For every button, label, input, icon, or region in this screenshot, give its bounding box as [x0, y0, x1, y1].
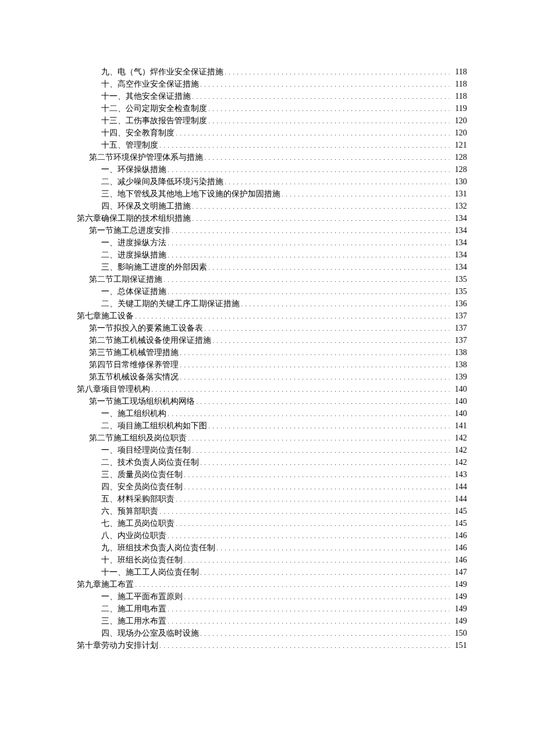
toc-entry: 第二节施工机械设备使用保证措施 137	[77, 334, 467, 346]
toc-entry: 第五节机械设备落实情况 139	[77, 371, 467, 383]
toc-leader-dots	[159, 640, 450, 648]
toc-page-number: 142	[451, 444, 467, 456]
toc-label: 十一、其他安全保证措施	[101, 90, 191, 102]
toc-page-number: 132	[451, 200, 467, 212]
toc-leader-dots	[192, 445, 450, 453]
toc-page-number: 145	[451, 505, 467, 517]
toc-label: 十四、安全教育制度	[101, 127, 174, 139]
toc-page-number: 118	[451, 90, 467, 102]
toc-entry: 第一节拟投入的要紧施工设备表 137	[77, 322, 467, 334]
toc-page-number: 146	[451, 554, 467, 566]
toc-label: 第三节施工机械管理措施	[89, 346, 179, 359]
toc-page-number: 147	[451, 566, 467, 578]
toc-entry: 二、项目施工组织机构如下图141	[77, 420, 467, 432]
toc-entry: 四、环保及文明施工措施132	[77, 200, 467, 212]
toc-label: 一、施工组织机构	[101, 407, 166, 420]
toc-page-number: 128	[451, 163, 467, 175]
toc-label: 第二节环境保护管理体系与措施	[89, 151, 203, 163]
toc-label: 六、预算部职责	[101, 505, 158, 517]
toc-leader-dots	[208, 420, 450, 428]
toc-leader-dots	[167, 530, 450, 538]
toc-entry: 九、电（气）焊作业安全保证措施118	[77, 66, 467, 78]
toc-label: 第十章劳动力安排计划	[77, 639, 158, 651]
toc-page-number: 140	[451, 395, 467, 407]
toc-leader-dots	[204, 323, 450, 331]
toc-entry: 三、施工用水布置149	[77, 615, 467, 627]
toc-page-number: 137	[451, 310, 467, 322]
toc-page-number: 140	[451, 407, 467, 420]
toc-label: 第一节施工总进度安排	[89, 224, 170, 237]
toc-page-number: 149	[451, 603, 467, 615]
toc-entry: 十一、施工工人岗位责任制147	[77, 566, 467, 578]
toc-label: 第八章项目管理机构	[77, 383, 150, 395]
toc-label: 二、技术负责人岗位责任制	[101, 456, 199, 468]
toc-leader-dots	[196, 396, 450, 404]
toc-page-number: 134	[451, 249, 467, 261]
toc-leader-dots	[159, 139, 450, 148]
toc-leader-dots	[184, 481, 450, 489]
toc-label: 八、内业岗位职责	[101, 529, 166, 542]
toc-label: 第二节施工机械设备使用保证措施	[89, 334, 211, 346]
toc-label: 三、质量员岗位责任制	[101, 468, 183, 481]
toc-entry: 六、预算部职责145	[77, 505, 467, 517]
toc-leader-dots	[167, 615, 450, 624]
toc-leader-dots	[281, 188, 450, 196]
toc-page-number: 149	[451, 590, 467, 603]
toc-leader-dots	[212, 335, 450, 343]
toc-label: 四、环保及文明施工措施	[101, 200, 191, 212]
toc-page-number: 144	[451, 493, 467, 505]
toc-leader-dots	[200, 78, 450, 87]
toc-page-number: 119	[451, 102, 467, 114]
toc-label: 四、安全员岗位责任制	[101, 481, 183, 493]
toc-leader-dots	[163, 274, 450, 282]
toc-leader-dots	[167, 603, 450, 611]
toc-page-number: 136	[451, 298, 467, 310]
toc-leader-dots	[135, 310, 450, 318]
toc-leader-dots	[192, 213, 450, 221]
toc-entry: 第三节施工机械管理措施 138	[77, 346, 467, 359]
toc-page-number: 120	[451, 114, 467, 127]
toc-label: 十二、公司定期安全检查制度	[101, 102, 207, 114]
toc-entry: 第七章施工设备 137	[77, 310, 467, 322]
toc-leader-dots	[188, 432, 450, 440]
toc-entry: 第一节施工现场组织机构网络 140	[77, 395, 467, 407]
toc-entry: 第十章劳动力安排计划151	[77, 639, 467, 651]
toc-page-number: 128	[451, 151, 467, 163]
toc-page-number: 118	[451, 66, 467, 78]
toc-page-number: 143	[451, 468, 467, 481]
toc-leader-dots	[167, 286, 450, 294]
toc-entry: 第九章施工布置 149	[77, 578, 467, 590]
toc-page-number: 131	[451, 188, 467, 200]
toc-label: 十、高空作业安全保证措施	[101, 78, 199, 90]
toc-leader-dots	[151, 384, 450, 392]
toc-page-number: 145	[451, 517, 467, 529]
toc-leader-dots	[167, 237, 450, 245]
toc-entry: 七、施工员岗位职责145	[77, 517, 467, 529]
toc-entry: 八、内业岗位职责146	[77, 529, 467, 542]
toc-leader-dots	[224, 66, 450, 74]
toc-label: 十五、管理制度	[101, 139, 158, 151]
toc-label: 一、进度操纵方法	[101, 237, 166, 249]
toc-leader-dots	[192, 91, 450, 99]
toc-entry: 一、进度操纵方法134	[77, 237, 467, 249]
toc-label: 第七章施工设备	[77, 310, 134, 322]
toc-entry: 三、质量员岗位责任制143	[77, 468, 467, 481]
toc-label: 五、材料采购部职责	[101, 493, 174, 505]
toc-label: 第四节日常维修保养管理	[89, 359, 179, 371]
toc-label: 二、施工用电布置	[101, 603, 166, 615]
toc-leader-dots	[184, 469, 450, 477]
toc-entry: 十五、管理制度121	[77, 139, 467, 151]
toc-entry: 十、班组长岗位责任制146	[77, 554, 467, 566]
toc-page-number: 149	[451, 578, 467, 590]
toc-leader-dots	[172, 225, 450, 233]
toc-page-number: 140	[451, 383, 467, 395]
toc-entry: 四、现场办公室及临时设施 150	[77, 627, 467, 639]
toc-page-number: 134	[451, 212, 467, 224]
toc-entry: 二、减少噪间及降低环境污染措施130	[77, 175, 467, 188]
toc-page-number: 149	[451, 615, 467, 627]
toc-leader-dots	[208, 261, 450, 270]
toc-entry: 第八章项目管理机构 140	[77, 383, 467, 395]
toc-entry: 二、进度操纵措施134	[77, 249, 467, 261]
toc-page-number: 135	[451, 273, 467, 285]
toc-page-number: 130	[451, 175, 467, 188]
